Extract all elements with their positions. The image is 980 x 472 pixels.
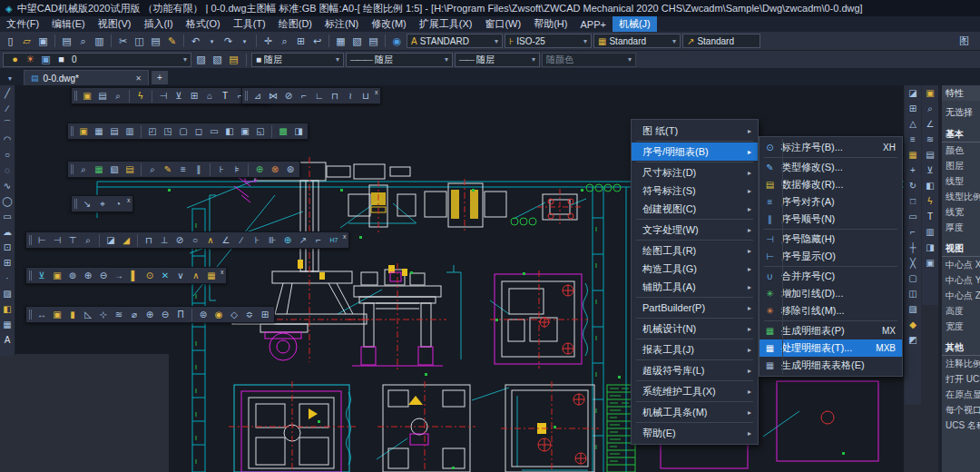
tool-icon[interactable]: ▢ bbox=[176, 123, 191, 139]
tool-icon[interactable]: ▣ bbox=[238, 123, 252, 139]
close-toolbar-icon[interactable]: x bbox=[343, 232, 347, 241]
undo-icon[interactable]: ↶ bbox=[188, 34, 203, 49]
tool-icon[interactable]: ▣ bbox=[80, 88, 94, 103]
property-row[interactable]: 线宽 bbox=[942, 204, 980, 220]
tool-icon[interactable]: ◯ bbox=[0, 193, 15, 209]
mleader-style-combo[interactable]: ↗ Standard bbox=[682, 34, 760, 48]
menubar-item[interactable]: 帮助(H) bbox=[527, 16, 573, 32]
chevron-down-icon[interactable]: ▾ bbox=[336, 55, 339, 64]
tool-icon[interactable]: ↘ bbox=[80, 196, 94, 211]
chevron-down-icon[interactable]: ▾ bbox=[583, 37, 587, 45]
tool-icon[interactable]: ◺ bbox=[81, 307, 95, 322]
tool-icon[interactable]: ▥ bbox=[122, 123, 137, 139]
tool-icon[interactable]: ✎ bbox=[161, 162, 175, 177]
submenu-item[interactable]: ✳移除引线(M)... bbox=[760, 302, 902, 320]
tool-icon[interactable]: ⊢ bbox=[34, 232, 49, 248]
tool-icon[interactable]: ϟ bbox=[133, 88, 148, 103]
tool-icon[interactable]: ▢ bbox=[906, 270, 920, 286]
chevron-down-icon[interactable]: ▾ bbox=[532, 55, 535, 64]
tool-icon[interactable]: ◱ bbox=[253, 123, 268, 139]
tool-icon[interactable]: ⊚ bbox=[65, 268, 80, 283]
submenu-item[interactable]: ⊣序号隐藏(H) bbox=[760, 231, 902, 248]
property-row[interactable]: 中心点 Z bbox=[942, 288, 980, 303]
tool-icon[interactable]: ⊘ bbox=[172, 232, 187, 248]
tool-icon[interactable]: ⊕ bbox=[252, 162, 267, 177]
tool-icon[interactable]: ⊕ bbox=[280, 232, 295, 248]
property-row[interactable]: 线型比例 bbox=[942, 189, 980, 204]
tool-icon[interactable]: ▤ bbox=[923, 147, 937, 162]
tool-icon[interactable]: ◠ bbox=[0, 132, 15, 147]
tool-icon[interactable]: ⌕ bbox=[111, 88, 125, 103]
tool-icon[interactable]: ⊹ bbox=[96, 307, 111, 322]
tool-icon[interactable]: ⊞ bbox=[906, 101, 920, 116]
tool-icon[interactable]: ≡ bbox=[906, 132, 920, 147]
toolbar-grip[interactable] bbox=[74, 199, 77, 209]
tool-icon[interactable]: ≋ bbox=[923, 132, 937, 147]
toolbar-grip[interactable] bbox=[71, 126, 74, 136]
tool-icon[interactable]: Π bbox=[173, 307, 188, 322]
layer-lock-icon[interactable]: ▣ bbox=[38, 52, 54, 67]
tool-icon[interactable]: ∕ bbox=[234, 232, 249, 248]
property-row[interactable]: 每个视口 bbox=[942, 402, 980, 418]
menu-item[interactable]: 超级符号库(L)▸ bbox=[632, 361, 758, 379]
tab-list-chevron-icon[interactable]: ▾ bbox=[8, 74, 12, 83]
property-row[interactable]: 颜色 bbox=[942, 143, 980, 158]
tool-icon[interactable]: ⊕ bbox=[81, 268, 95, 283]
tool-icon[interactable]: ▤ bbox=[107, 123, 122, 139]
menu-item[interactable]: 辅助工具(A)▸ bbox=[632, 278, 758, 296]
layer-on-icon[interactable]: ● bbox=[7, 52, 23, 67]
tool-icon[interactable]: ▥ bbox=[923, 224, 937, 240]
tool-icon[interactable]: · bbox=[0, 270, 15, 286]
pan-icon[interactable]: ✛ bbox=[260, 34, 276, 49]
tool-icon[interactable]: ↔ bbox=[34, 307, 49, 322]
tool-icon[interactable]: ▣ bbox=[50, 307, 64, 322]
tool-icon[interactable]: ϟ bbox=[923, 193, 937, 209]
tool-icon[interactable]: ≡ bbox=[176, 162, 191, 177]
tool-icon[interactable]: ∟ bbox=[312, 88, 327, 103]
tool-icon[interactable]: → bbox=[112, 268, 126, 283]
linetype-combo[interactable]: ——— 随层 ▾ bbox=[346, 53, 453, 67]
tool-icon[interactable]: ▧ bbox=[107, 162, 122, 177]
tool-icon[interactable]: ⊓ bbox=[328, 88, 342, 103]
layer-states-icon[interactable]: ▧ bbox=[349, 34, 365, 49]
tool-icon[interactable]: ↻ bbox=[906, 178, 920, 193]
tool-icon[interactable]: ◆ bbox=[906, 317, 920, 332]
tool-icon[interactable]: ◩ bbox=[906, 332, 920, 348]
open-icon[interactable]: ▱ bbox=[19, 34, 34, 49]
tool-icon[interactable]: ⊛ bbox=[283, 162, 298, 177]
tool-icon[interactable]: ┼ bbox=[906, 240, 920, 255]
tool-icon[interactable]: ◪ bbox=[103, 232, 118, 248]
layer-translate-icon[interactable]: ▤ bbox=[366, 34, 381, 49]
tool-icon[interactable]: ≎ bbox=[242, 307, 257, 322]
menubar-item[interactable]: 格式(O) bbox=[180, 16, 227, 32]
tool-icon[interactable]: ▤ bbox=[122, 162, 137, 177]
tool-icon[interactable]: ▣ bbox=[923, 85, 937, 101]
tool-icon[interactable]: ⊦ bbox=[250, 232, 264, 248]
tool-icon[interactable]: ⊞ bbox=[0, 255, 15, 270]
submenu-item[interactable]: ✳增加引线(D)... bbox=[760, 285, 902, 302]
tool-icon[interactable]: △ bbox=[906, 116, 920, 132]
tool-icon[interactable]: ✕ bbox=[158, 268, 172, 283]
property-row[interactable]: 中心点 Y bbox=[942, 272, 980, 288]
tool-icon[interactable]: ⌕ bbox=[923, 101, 937, 116]
document-tab[interactable]: ▤ 0-0.dwg* ✕ bbox=[24, 70, 149, 85]
menu-item[interactable]: PartBuilder(P)▸ bbox=[632, 299, 758, 317]
tool-icon[interactable]: ▦ bbox=[92, 123, 106, 139]
tool-icon[interactable]: ▣ bbox=[923, 255, 937, 270]
menu-item[interactable]: 机械设计(N)▸ bbox=[632, 320, 758, 338]
menu-item[interactable]: 序号/明细表(B)▸ bbox=[632, 143, 758, 161]
tool-icon[interactable]: ◌ bbox=[0, 162, 15, 178]
tool-icon[interactable]: ⊞ bbox=[258, 307, 272, 322]
menubar-item[interactable]: 绘图(D) bbox=[272, 16, 318, 32]
close-toolbar-icon[interactable]: x bbox=[220, 268, 224, 276]
tool-icon[interactable]: ⊖ bbox=[158, 307, 172, 322]
tool-icon[interactable]: ∨ bbox=[173, 268, 188, 283]
tool-icon[interactable]: ⊔ bbox=[358, 88, 373, 103]
property-row[interactable]: 厚度 bbox=[942, 220, 980, 235]
zoom-window-icon[interactable]: ⊞ bbox=[293, 34, 309, 49]
make-layer-current-icon[interactable]: ▨ bbox=[193, 52, 209, 67]
property-row[interactable]: 注释比例 bbox=[942, 356, 980, 371]
menu-item[interactable]: 图 纸(T)▸ bbox=[632, 122, 758, 140]
tool-icon[interactable]: ⊣ bbox=[50, 232, 64, 248]
chevron-down-icon[interactable]: ▾ bbox=[672, 37, 676, 45]
